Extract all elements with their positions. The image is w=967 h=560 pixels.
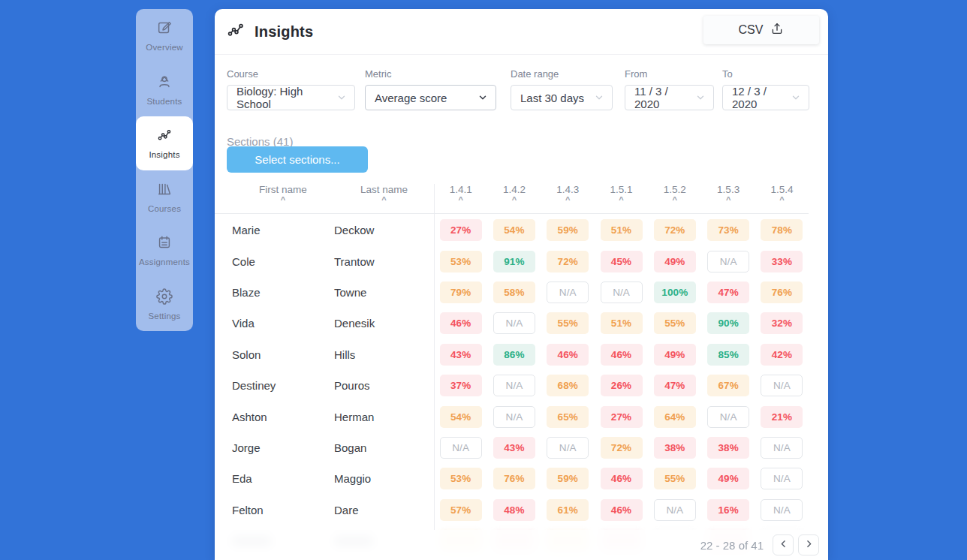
csv-export-button[interactable]: CSV <box>703 16 819 44</box>
filter-course: Course Biology: High School <box>227 68 355 110</box>
last-name-cell: Pouros <box>334 379 434 392</box>
date-range-select[interactable]: Last 30 days <box>511 85 613 110</box>
score-cell: 64% <box>654 406 696 428</box>
last-name-cell: Towne <box>334 286 434 299</box>
app-root: Overview Students Insights <box>0 0 967 560</box>
score-cell: 78% <box>761 219 803 241</box>
score-cell: 59% <box>547 219 589 241</box>
column-header-section[interactable]: 1.5.1 <box>595 184 648 213</box>
books-icon <box>156 181 173 200</box>
sort-asc-icon <box>565 196 570 203</box>
filter-label: Course <box>227 68 355 80</box>
sort-asc-icon <box>673 196 677 203</box>
score-cell: N/A <box>440 437 482 459</box>
sidebar-item-label: Settings <box>148 312 180 321</box>
first-name-cell: Solon <box>232 348 334 361</box>
score-cell: 21% <box>761 406 803 428</box>
column-header-label: 1.5.2 <box>664 184 686 195</box>
sidebar-item-insights[interactable]: Insights <box>136 116 193 170</box>
sidebar-item-assignments[interactable]: Assignments <box>136 224 193 278</box>
sort-asc-icon <box>458 196 462 203</box>
select-sections-button[interactable]: Select sections... <box>227 146 368 173</box>
to-date-value: 12 / 3 / 2020 <box>732 85 791 110</box>
filter-label: Date range <box>511 68 613 80</box>
sort-asc-icon <box>619 196 623 203</box>
score-cell: 27% <box>601 406 643 428</box>
score-cell: 65% <box>547 406 589 428</box>
column-header-first-name[interactable]: First name <box>232 184 334 213</box>
chevron-left-icon <box>779 539 788 551</box>
first-name-cell: Vida <box>232 317 334 330</box>
score-cell: 55% <box>654 468 696 489</box>
sidebar-item-label: Students <box>147 97 182 106</box>
from-date-select[interactable]: 11 / 3 / 2020 <box>625 85 714 110</box>
column-header-label: 1.4.3 <box>556 184 579 195</box>
score-cell: 37% <box>440 375 482 396</box>
filter-label: Metric <box>365 68 496 80</box>
score-cell: 76% <box>761 282 803 303</box>
csv-button-label: CSV <box>739 23 764 37</box>
sidebar-item-courses[interactable]: Courses <box>136 170 193 224</box>
table-row: VidaDenesik46%N/A55%51%55%90%32% <box>215 308 809 339</box>
column-header-section[interactable]: 1.5.4 <box>755 184 809 213</box>
score-cell: N/A <box>493 406 535 428</box>
score-cell: 54% <box>440 406 482 428</box>
column-header-section[interactable]: 1.4.3 <box>541 184 595 213</box>
column-header-label: 1.4.2 <box>503 184 526 195</box>
score-cell: 49% <box>654 344 696 366</box>
score-cell: 42% <box>761 344 803 366</box>
chevron-down-icon <box>477 92 488 103</box>
chevron-down-icon <box>695 92 706 103</box>
score-cell: 46% <box>601 468 643 489</box>
sidebar-item-settings[interactable]: Settings <box>136 278 193 332</box>
first-name-cell: Destiney <box>232 379 334 392</box>
sort-asc-icon <box>726 196 731 203</box>
table-body: MarieDeckow27%54%59%51%72%73%78%ColeTran… <box>215 215 809 556</box>
column-header-section[interactable]: 1.4.1 <box>434 184 487 213</box>
column-header-last-name[interactable]: Last name <box>334 184 434 213</box>
score-cell: 16% <box>707 499 749 521</box>
chevron-right-icon <box>804 539 814 551</box>
score-cell: N/A <box>761 437 803 459</box>
score-cell: 38% <box>654 437 696 459</box>
sidebar-item-label: Courses <box>148 204 181 213</box>
filter-from: From 11 / 3 / 2020 <box>625 68 714 110</box>
score-cell: N/A <box>547 282 589 303</box>
first-name-cell: Ashton <box>232 411 334 423</box>
score-cell: 47% <box>654 375 696 396</box>
metric-select[interactable]: Average score <box>365 85 496 110</box>
pagination-next-button[interactable] <box>798 534 819 555</box>
filters-bar: Course Biology: High School Metric Avera… <box>215 55 828 126</box>
score-cell: N/A <box>707 251 749 272</box>
to-date-select[interactable]: 12 / 3 / 2020 <box>722 85 809 110</box>
column-header-section[interactable]: 1.5.3 <box>701 184 755 213</box>
metric-select-value: Average score <box>375 92 447 104</box>
score-cell: 43% <box>440 344 482 366</box>
chevron-down-icon <box>336 92 347 103</box>
score-cell: 72% <box>547 251 589 272</box>
column-header-label: 1.4.1 <box>450 184 472 195</box>
gear-icon <box>156 288 173 308</box>
table-row: EdaMaggio53%76%59%46%55%49%N/A <box>215 463 809 494</box>
sidebar-item-label: Overview <box>146 43 183 52</box>
insights-panel: Insights CSV Course Biology: High School <box>215 9 828 560</box>
score-cell: 27% <box>440 219 482 241</box>
column-header-section[interactable]: 1.5.2 <box>648 184 701 213</box>
sidebar-item-students[interactable]: Students <box>136 63 193 117</box>
score-cell: N/A <box>601 282 643 303</box>
last-name-cell: Bogan <box>334 441 434 454</box>
score-cell: 67% <box>707 375 749 396</box>
table-footer: 22 - 28 of 41 <box>215 530 828 560</box>
column-header-section[interactable]: 1.4.2 <box>487 184 541 213</box>
course-select[interactable]: Biology: High School <box>227 85 355 110</box>
first-name-cell: Jorge <box>232 441 334 454</box>
filter-metric: Metric Average score <box>365 68 496 110</box>
score-cell: 51% <box>601 219 643 241</box>
score-cell: 33% <box>761 251 803 272</box>
first-name-cell: Eda <box>232 472 334 485</box>
sidebar-item-overview[interactable]: Overview <box>136 9 193 63</box>
pagination-prev-button[interactable] <box>773 534 794 555</box>
chevron-down-icon <box>791 92 801 103</box>
score-cell: N/A <box>493 312 535 334</box>
score-cell: N/A <box>761 468 803 489</box>
